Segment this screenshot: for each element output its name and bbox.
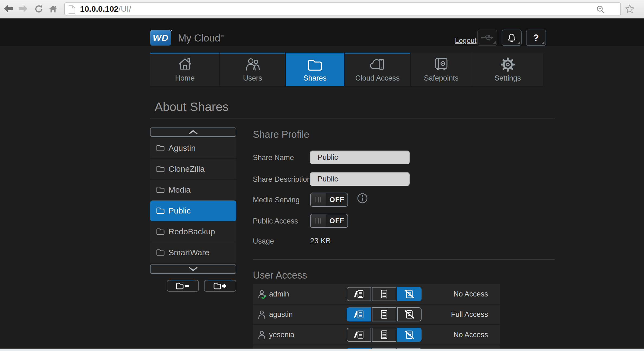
toggle-grip: [311, 193, 326, 206]
dropdown-corner: [517, 41, 520, 44]
url-host: 10.0.0.102: [80, 4, 119, 13]
share-name-input[interactable]: [310, 151, 410, 164]
document-icon: [379, 310, 389, 319]
access-button-group: [347, 307, 422, 321]
zoom-out-icon[interactable]: [596, 5, 605, 14]
app-header: WD My Cloud™ Logout ?: [0, 18, 644, 46]
document-icon: [379, 289, 389, 299]
document-icon: [379, 330, 389, 339]
share-list-scroll-up-button[interactable]: [150, 127, 236, 137]
full-access-button[interactable]: [347, 328, 371, 342]
public-access-toggle[interactable]: OFF: [310, 214, 348, 228]
browser-forward-icon[interactable]: [18, 5, 28, 13]
url-text[interactable]: 10.0.0.102/UI/: [80, 3, 131, 15]
document-slash-icon: [404, 289, 415, 299]
title-divider: [150, 119, 555, 119]
edit-document-icon: [354, 289, 364, 299]
access-level-label: Full Access: [451, 305, 488, 324]
browser-back-icon[interactable]: [4, 5, 13, 13]
toggle-grip: [311, 214, 326, 227]
user-access-title: User Access: [253, 270, 307, 281]
wd-logo: WD: [150, 30, 171, 46]
main-nav: Home Users Shares Cloud Access Safepoint…: [150, 53, 543, 87]
folder-icon: [156, 249, 165, 256]
dropdown-corner: [493, 41, 496, 44]
document-slash-icon: [404, 330, 415, 339]
user-access-row: agustin Full Access: [253, 305, 500, 324]
share-list-item[interactable]: CloneZilla: [150, 159, 236, 180]
full-access-button[interactable]: [347, 287, 371, 301]
browser-toolbar: 10.0.0.102/UI/: [0, 0, 644, 18]
section-divider: [253, 259, 555, 260]
url-path: /UI/: [119, 4, 131, 13]
tab-settings[interactable]: Settings: [472, 53, 543, 86]
toggle-state: OFF: [326, 214, 347, 227]
home-icon: [177, 57, 193, 71]
folder-icon: [156, 228, 165, 235]
users-icon: [244, 57, 261, 71]
read-only-button[interactable]: [372, 307, 396, 321]
folder-icon: [307, 58, 323, 71]
user-access-row: yesenia No Access: [253, 325, 500, 344]
tab-home[interactable]: Home: [150, 53, 220, 86]
browser-reload-icon[interactable]: [34, 5, 43, 13]
full-access-button[interactable]: [347, 307, 371, 321]
user-access-row: admin No Access: [253, 284, 500, 304]
deny-access-button[interactable]: [397, 307, 422, 321]
remove-share-button[interactable]: [167, 280, 199, 292]
document-slash-icon: [404, 310, 415, 319]
share-list-scroll-down-button[interactable]: [150, 264, 236, 274]
folder-icon: [156, 207, 165, 214]
user-name: yesenia: [269, 325, 294, 344]
share-description-input[interactable]: [310, 172, 410, 186]
share-profile-title: Share Profile: [253, 129, 309, 140]
share-name-label: Share Name: [253, 154, 294, 162]
access-level-label: No Access: [453, 284, 488, 304]
bookmark-star-icon[interactable]: [625, 4, 635, 14]
chevron-down-icon: [188, 267, 198, 271]
user-name: admin: [269, 284, 289, 304]
usb-button[interactable]: [477, 30, 497, 46]
share-list-item[interactable]: RedoBackup: [150, 221, 236, 242]
folder-icon: [156, 144, 165, 152]
tab-users[interactable]: Users: [220, 53, 286, 86]
user-icon: [258, 330, 266, 339]
media-serving-label: Media Serving: [253, 196, 300, 204]
deny-access-button[interactable]: [397, 328, 422, 342]
page-title: About Shares: [155, 100, 229, 114]
tab-cloud-access[interactable]: Cloud Access: [345, 53, 411, 86]
trademark: ™: [220, 34, 224, 39]
help-icon: ?: [533, 32, 539, 43]
alerts-button[interactable]: [502, 30, 522, 46]
share-list-item-selected[interactable]: Public: [150, 200, 236, 221]
tab-safepoints[interactable]: Safepoints: [411, 53, 472, 86]
address-bar[interactable]: 10.0.0.102/UI/: [64, 2, 621, 15]
access-button-group: [347, 287, 422, 301]
add-share-button[interactable]: [204, 280, 236, 292]
help-button[interactable]: ?: [526, 30, 546, 46]
logout-link[interactable]: Logout: [455, 36, 477, 45]
user-name: agustin: [269, 305, 293, 324]
browser-home-icon[interactable]: [49, 5, 57, 13]
admin-check-icon: [262, 295, 266, 299]
access-button-group: [347, 328, 422, 342]
share-list-item[interactable]: SmartWare: [150, 242, 236, 263]
read-only-button[interactable]: [372, 328, 396, 342]
toggle-state: OFF: [326, 193, 347, 206]
read-only-button[interactable]: [372, 287, 396, 301]
deny-access-button[interactable]: [397, 287, 422, 301]
edit-document-icon: [354, 330, 364, 339]
user-icon: [258, 310, 266, 319]
info-icon[interactable]: [357, 193, 368, 204]
share-list-item[interactable]: Agustin: [150, 138, 236, 159]
share-list-item[interactable]: Media: [150, 180, 236, 200]
usage-value: 23 KB: [310, 237, 331, 245]
folder-plus-icon: [213, 282, 227, 290]
viewport-bottom-strip: [0, 349, 644, 351]
usage-label: Usage: [253, 237, 274, 245]
media-serving-toggle[interactable]: OFF: [310, 193, 348, 207]
access-level-label: No Access: [453, 325, 488, 344]
tab-shares[interactable]: Shares: [286, 53, 345, 86]
app-title: My Cloud™: [178, 33, 224, 44]
wd-logo-text: WD: [153, 33, 169, 43]
